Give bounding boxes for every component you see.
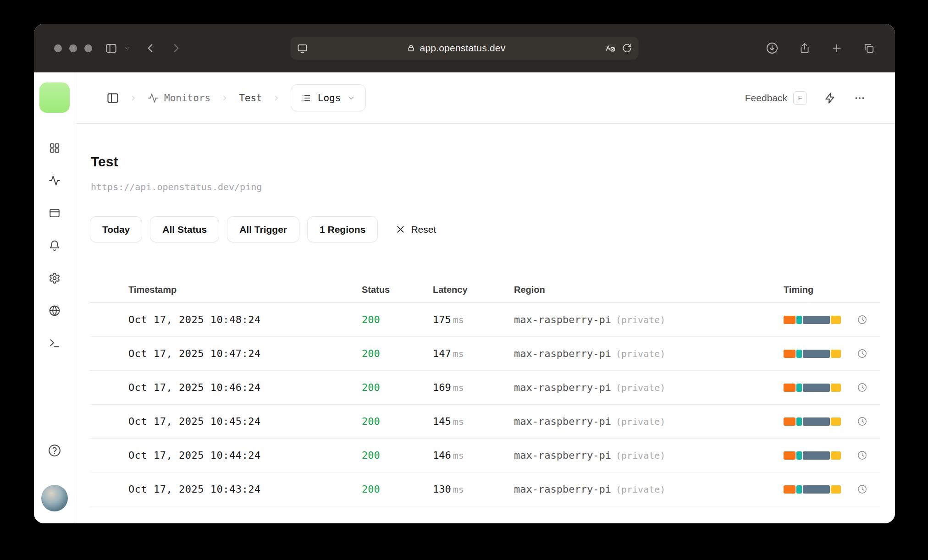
openstatus-logo[interactable]	[39, 82, 70, 113]
cell-timestamp: Oct 17, 2025 10:45:24	[128, 416, 362, 427]
breadcrumb-monitors[interactable]: Monitors	[148, 93, 210, 104]
table-header-row: Timestamp Status Latency Region Timing	[90, 277, 880, 303]
timing-segment-transfer	[831, 417, 841, 426]
cell-region: max-raspberry-pi	[514, 382, 611, 393]
lock-icon	[407, 44, 415, 52]
panel-left-icon[interactable]	[106, 92, 119, 104]
timing-segment-dns	[784, 451, 795, 460]
address-bar[interactable]: app.openstatus.dev	[291, 37, 639, 60]
list-icon	[301, 93, 311, 103]
table-row[interactable]: Oct 17, 2025 10:43:24 200 130ms max-rasp…	[90, 472, 880, 506]
timing-segment-connect	[796, 451, 802, 460]
cell-region: max-raspberry-pi	[514, 450, 611, 461]
more-options-icon[interactable]	[854, 92, 866, 104]
forward-icon[interactable]	[170, 42, 182, 54]
back-icon[interactable]	[144, 42, 156, 54]
monitor-endpoint-url: https://api.openstatus.dev/ping	[91, 181, 880, 192]
timing-segment-connect	[796, 316, 802, 324]
col-timestamp: Timestamp	[128, 285, 362, 295]
share-icon[interactable]	[799, 42, 811, 54]
terminal-icon[interactable]	[49, 337, 61, 349]
cell-latency: 169	[433, 382, 451, 393]
table-row[interactable]: Oct 17, 2025 10:47:24 200 147ms max-rasp…	[90, 337, 880, 371]
timing-segment-ttfb	[803, 451, 830, 460]
cell-latency-unit: ms	[453, 382, 464, 393]
reset-filters-button[interactable]: Reset	[396, 224, 436, 235]
translate-icon[interactable]	[605, 43, 616, 54]
zoom-window-button[interactable]	[84, 44, 92, 52]
feedback-button[interactable]: Feedback F	[745, 91, 807, 105]
browser-window: app.openstatus.dev	[34, 24, 895, 523]
table-row[interactable]: Oct 17, 2025 10:45:24 200 145ms max-rasp…	[90, 405, 880, 439]
cell-region-note: (private)	[616, 348, 665, 359]
cell-timestamp: Oct 17, 2025 10:44:24	[128, 450, 362, 461]
timing-segment-transfer	[831, 451, 841, 460]
clock-icon	[857, 450, 867, 461]
timing-bar	[784, 316, 841, 324]
table-row[interactable]: Oct 17, 2025 10:48:24 200 175ms max-rasp…	[90, 303, 880, 337]
help-icon[interactable]	[48, 444, 61, 457]
table-row[interactable]: Oct 17, 2025 10:44:24 200 146ms max-rasp…	[90, 439, 880, 472]
monitors-activity-icon[interactable]	[49, 175, 61, 187]
logs-view-dropdown[interactable]: Logs	[291, 84, 366, 111]
cell-status: 200	[362, 348, 433, 359]
user-avatar[interactable]	[41, 485, 68, 511]
table-row[interactable]: Oct 17, 2025 10:46:24 200 169ms max-rasp…	[90, 371, 880, 405]
timing-segment-connect	[796, 417, 802, 426]
breadcrumb: Monitors Test Logs	[106, 84, 366, 111]
chevron-down-icon[interactable]	[124, 45, 131, 52]
minimize-window-button[interactable]	[69, 44, 77, 52]
cell-status: 200	[362, 314, 433, 325]
cell-status: 200	[362, 382, 433, 393]
cell-timestamp: Oct 17, 2025 10:48:24	[128, 314, 362, 325]
cell-latency-unit: ms	[453, 314, 464, 325]
timing-segment-ttfb	[803, 384, 830, 392]
cell-region-note: (private)	[616, 314, 665, 325]
app-sidebar	[34, 72, 75, 523]
reload-icon[interactable]	[622, 43, 632, 53]
cell-status: 200	[362, 416, 433, 427]
zap-icon[interactable]	[824, 92, 836, 104]
page-settings-icon[interactable]	[297, 43, 308, 54]
app-root: Monitors Test Logs	[34, 72, 895, 523]
col-timing: Timing	[784, 285, 841, 295]
cell-latency: 130	[433, 483, 451, 495]
timing-bar	[784, 485, 841, 494]
browser-sidebar-icon[interactable]	[105, 42, 117, 55]
filter-bar: Today All Status All Trigger 1 Regions R…	[90, 216, 880, 242]
url-text: app.openstatus.dev	[420, 43, 506, 54]
timing-segment-transfer	[831, 316, 841, 324]
cell-latency: 147	[433, 348, 451, 359]
filter-regions-button[interactable]: 1 Regions	[307, 216, 378, 242]
col-region: Region	[514, 285, 784, 295]
dashboard-grid-icon[interactable]	[49, 142, 61, 154]
clock-icon	[857, 382, 867, 393]
tab-overview-icon[interactable]	[863, 42, 875, 54]
timing-segment-ttfb	[803, 417, 830, 426]
filter-trigger-button[interactable]: All Trigger	[227, 216, 299, 242]
chevron-right-icon	[221, 94, 229, 102]
timing-segment-dns	[784, 417, 795, 426]
new-tab-icon[interactable]	[831, 42, 843, 54]
cell-timestamp: Oct 17, 2025 10:43:24	[128, 483, 362, 495]
close-window-button[interactable]	[54, 44, 62, 52]
cell-region-note: (private)	[616, 416, 665, 427]
timing-bar	[784, 417, 841, 426]
filter-period-button[interactable]: Today	[90, 216, 142, 242]
col-latency: Latency	[433, 285, 514, 295]
downloads-icon[interactable]	[766, 42, 779, 55]
status-pages-icon[interactable]	[49, 207, 61, 219]
traffic-lights	[54, 44, 92, 52]
timing-segment-dns	[784, 316, 795, 324]
timing-segment-transfer	[831, 384, 841, 392]
notifications-bell-icon[interactable]	[49, 240, 61, 252]
page-title: Test	[91, 154, 880, 170]
timing-segment-transfer	[831, 350, 841, 358]
timing-segment-connect	[796, 485, 802, 494]
breadcrumb-monitor-name[interactable]: Test	[239, 93, 262, 104]
settings-gear-icon[interactable]	[49, 272, 61, 284]
browser-toolbar: app.openstatus.dev	[34, 24, 895, 72]
filter-status-button[interactable]: All Status	[150, 216, 219, 242]
cell-region: max-raspberry-pi	[514, 416, 611, 427]
globe-icon[interactable]	[49, 305, 61, 317]
